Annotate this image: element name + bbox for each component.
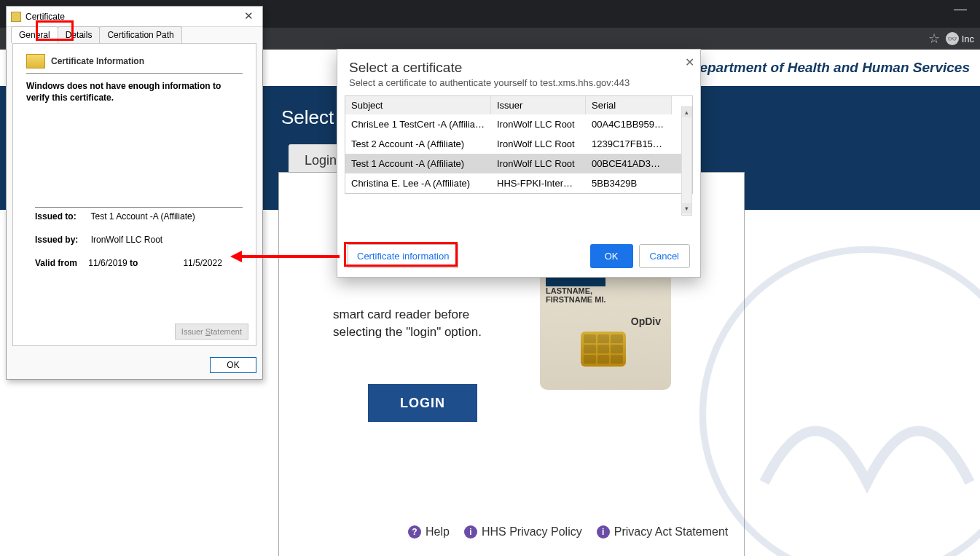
issued-by-label: Issued by: xyxy=(35,235,86,245)
divider xyxy=(35,207,243,208)
cert-warning: Windows does not have enough information… xyxy=(26,81,243,103)
incognito-badge: 👓 Inc xyxy=(946,32,974,45)
cert-info-heading: Certificate Information xyxy=(26,54,243,68)
instruction-line: selecting the "login" option. xyxy=(333,325,482,339)
annotation-box-details-tab xyxy=(36,20,74,41)
dialog-subtitle: Select a certificate to authenticate you… xyxy=(337,77,700,95)
tab-certification-path[interactable]: Certification Path xyxy=(99,26,181,43)
footer-help[interactable]: ?Help xyxy=(408,525,450,539)
footer-privacy-policy[interactable]: iHHS Privacy Policy xyxy=(464,525,582,539)
svg-point-0 xyxy=(702,249,980,556)
valid-to-value: 11/5/2022 xyxy=(183,258,222,268)
issued-by-value: IronWolf LLC Root xyxy=(91,235,163,245)
certificate-icon xyxy=(26,54,45,68)
hhs-watermark xyxy=(696,243,980,556)
info-icon: i xyxy=(597,525,610,539)
cancel-button[interactable]: Cancel xyxy=(639,244,690,268)
piv-name: LASTNAME, FIRSTNAME MI. xyxy=(546,286,665,304)
login-instructions: smart card reader before selecting the "… xyxy=(333,306,486,341)
table-row-selected[interactable]: Test 1 Account -A (Affiliate)IronWolf LL… xyxy=(345,154,692,173)
instruction-line: smart card reader before xyxy=(333,308,469,321)
table-row[interactable]: Test 2 Account -A (Affiliate)IronWolf LL… xyxy=(345,134,692,154)
svg-marker-2 xyxy=(230,251,242,262)
incognito-label: Inc xyxy=(962,34,974,44)
valid-to-label: to xyxy=(130,258,181,268)
divider xyxy=(26,73,243,74)
issued-to-label: Issued to: xyxy=(35,211,86,222)
dialog-title: Select a certificate xyxy=(337,50,700,77)
col-serial[interactable]: Serial xyxy=(586,96,672,114)
incognito-icon: 👓 xyxy=(946,32,959,45)
piv-chip-icon xyxy=(581,332,626,367)
scroll-up-icon[interactable]: ▴ xyxy=(682,107,691,117)
ok-button[interactable]: OK xyxy=(590,244,633,268)
table-row[interactable]: ChrisLee 1 TestCert -A (Affiliate)IronWo… xyxy=(345,114,692,134)
help-icon: ? xyxy=(408,525,421,539)
tab-pane-general: Certificate Information Windows does not… xyxy=(12,43,256,346)
issuer-statement-button: Issuer Statement xyxy=(175,324,248,340)
issued-to-value: Test 1 Account -A (Affiliate) xyxy=(90,211,195,222)
login-button[interactable]: LOGIN xyxy=(368,384,477,422)
bookmark-star-icon[interactable]: ☆ xyxy=(928,31,940,47)
annotation-arrow xyxy=(230,249,344,264)
footer-links: ?Help iHHS Privacy Policy iPrivacy Act S… xyxy=(408,525,728,539)
info-icon: i xyxy=(464,525,477,539)
ok-button[interactable]: OK xyxy=(210,357,256,373)
valid-from-value: 11/6/2019 xyxy=(88,258,127,268)
certificate-icon xyxy=(11,12,21,22)
scrollbar[interactable]: ▴▾ xyxy=(681,106,692,216)
table-header: Subject Issuer Serial xyxy=(345,96,692,114)
certificate-properties-dialog: Certificate ✕ General Details Certificat… xyxy=(6,6,263,380)
piv-opdiv: OpDiv xyxy=(631,316,661,327)
valid-from-label: Valid from xyxy=(35,258,86,268)
certificate-table: Subject Issuer Serial ChrisLee 1 TestCer… xyxy=(345,95,693,194)
annotation-box-cert-info xyxy=(344,242,458,267)
cert-fields: Issued to: Test 1 Account -A (Affiliate)… xyxy=(35,211,243,281)
col-issuer[interactable]: Issuer xyxy=(491,96,586,114)
scroll-down-icon[interactable]: ▾ xyxy=(682,203,691,214)
table-row[interactable]: Christina E. Lee -A (Affiliate)HHS-FPKI-… xyxy=(345,173,692,193)
dept-title: U.S. Department of Health and Human Serv… xyxy=(659,60,970,76)
close-icon[interactable]: ✕ xyxy=(238,8,259,24)
col-subject[interactable]: Subject xyxy=(345,96,491,114)
close-icon[interactable]: ✕ xyxy=(685,55,694,69)
